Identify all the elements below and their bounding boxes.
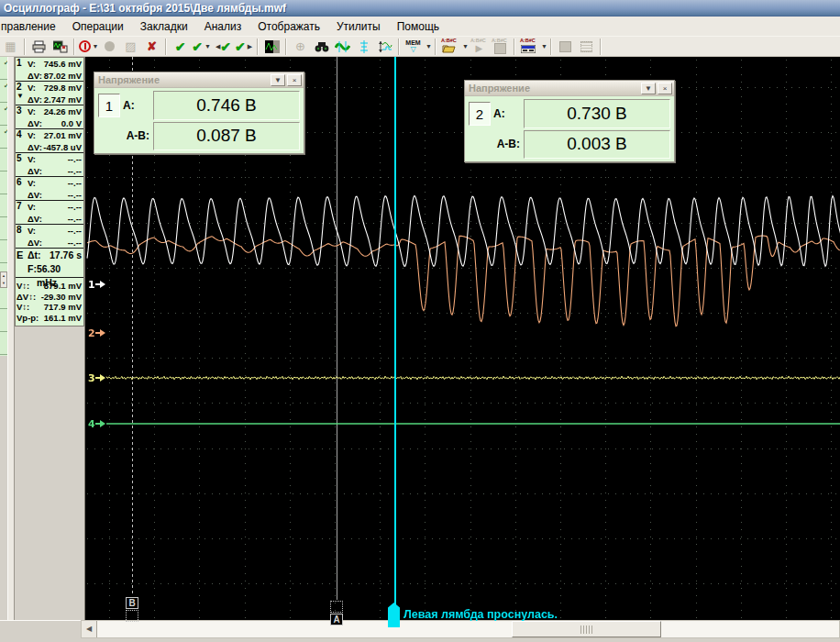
toolbar-separator [24, 39, 26, 55]
record-icon[interactable] [99, 38, 120, 56]
channel-row-7: 7 V:--.-- ΔV:--.-- [16, 201, 83, 225]
caret-down-icon[interactable]: ▼ [426, 43, 432, 50]
panel-toggle-icon[interactable] [555, 38, 576, 56]
toolbar-separator [550, 39, 552, 55]
voltage-popup-1[interactable]: Напряжение ▼ × 1 A: 0.746 В A-B: 0.087 В [94, 72, 304, 154]
menu-analiz[interactable]: Анализ [196, 17, 250, 36]
window-title: Осциллограф - E:\31 октября 2015\Две лям… [4, 2, 286, 15]
cursor-a-handle[interactable] [330, 601, 343, 613]
popup-ab-label: A-B: [127, 129, 149, 142]
menu-bar: правление Операции Закладки Анализ Отобр… [0, 17, 840, 37]
window-icon [521, 45, 536, 53]
note-flag-icon[interactable] [388, 603, 400, 627]
menu-utility[interactable]: Утилиты [328, 17, 389, 36]
popup-a-value: 0.730 В [524, 99, 670, 128]
menu-operacii[interactable]: Операции [64, 17, 132, 36]
popup-titlebar[interactable]: Напряжение ▼ × [465, 81, 674, 96]
toolbar-separator [435, 39, 437, 55]
session-window-icon[interactable]: A:B#C [518, 38, 539, 56]
menu-pomosch[interactable]: Помощь [389, 17, 448, 36]
toolbar-separator [257, 39, 259, 55]
popup-titlebar[interactable]: Напряжение ▼ × [94, 72, 304, 88]
open-session-icon[interactable]: A:B#C [439, 38, 460, 56]
channel-row-5: 5 V:--.-- ΔV:--.-- [16, 153, 83, 177]
e-marker-row: E Δt:17.76 s F:56.30 mHz [16, 249, 83, 278]
vertical-ruler-icon[interactable] [353, 38, 374, 56]
popup-collapse-icon[interactable]: ▼ [641, 83, 656, 94]
toolbar-separator [73, 39, 75, 55]
popup-channel-number: 2 [469, 102, 491, 126]
check-icon[interactable]: ✔ [170, 38, 191, 56]
channel-row-3: 3 V:24.26 mV ΔV:0.0 V [16, 105, 83, 129]
check-right-icon[interactable]: ✔▶ [233, 38, 254, 56]
popup-channel-number: 1 [98, 94, 120, 117]
window-titlebar[interactable]: Осциллограф - E:\31 октября 2015\Две лям… [0, 0, 840, 17]
ruler-icon [358, 40, 370, 53]
delete-marker-icon[interactable]: ✘ [141, 38, 162, 56]
caret-down-icon: ▼ [93, 43, 99, 50]
wave-markers-icon[interactable] [332, 38, 353, 56]
thumb-grip-icon [580, 625, 592, 634]
spinner-control[interactable]: ▲▼ [0, 271, 7, 288]
caret-down-icon[interactable]: ▼ [541, 43, 547, 50]
toolbar-separator [514, 39, 515, 55]
toolbar-separator [165, 39, 167, 55]
screen-wave-icon [265, 40, 280, 53]
horizontal-scrollbar[interactable]: ◀ [81, 620, 840, 638]
oscilloscope-window: Осциллограф - E:\31 октября 2015\Две лям… [0, 0, 840, 642]
grid-toggle-icon[interactable] [576, 38, 597, 56]
power-icon[interactable]: ▼ [78, 38, 99, 56]
memory-icon[interactable]: MEM▽ [403, 38, 424, 56]
scale-wave-icon[interactable] [374, 38, 395, 56]
caret-down-icon[interactable]: ▼ [462, 43, 469, 50]
save-signal-icon[interactable] [50, 38, 71, 56]
mem-arrow-icon: ▽ [405, 46, 420, 52]
popup-close-icon[interactable]: × [287, 74, 302, 86]
cursor-b-handle[interactable] [126, 610, 138, 622]
popup-ab-label: A-B: [497, 138, 520, 150]
trigger-marker-icon: ▼ [17, 92, 27, 101]
toolbar: ▦ ▼ ▨ ✘ ✔ ✔▼ ◀✔ ✔▶ ⊕ [0, 37, 840, 57]
toolbar-separator [600, 39, 602, 55]
stop-session-icon[interactable]: A:B#C [490, 38, 511, 56]
scroll-left-icon[interactable]: ◀ [82, 621, 97, 637]
print-icon[interactable] [28, 38, 50, 56]
export-icon[interactable]: ▦ [0, 38, 21, 56]
capture-icon[interactable]: ▨ [120, 38, 141, 56]
search-icon[interactable] [311, 38, 332, 56]
popup-title: Напряжение [465, 83, 641, 94]
play-icon: ▶ [476, 44, 483, 53]
channel-row-4: 4 V:27.01 mV ΔV:-457.8 uV [16, 129, 83, 153]
clipped-channel-column: ✓ ✓ ✓ ✓ ▲▼ [0, 57, 7, 356]
menu-otobrazhat[interactable]: Отображать [249, 17, 328, 36]
popup-ab-value: 0.087 В [153, 122, 300, 151]
check-left-icon[interactable]: ◀✔ [212, 38, 233, 56]
channel-row-2: 2▼ V:729.8 mV ΔV:2.747 mV [16, 82, 83, 105]
panel-splitter[interactable] [7, 57, 15, 620]
display-mode-icon[interactable] [261, 38, 282, 56]
menu-zakladki[interactable]: Закладки [132, 17, 196, 36]
menu-upravlenie[interactable]: правление [0, 17, 64, 36]
cursor-a-label[interactable]: A [330, 614, 343, 625]
voltage-popup-2[interactable]: Напряжение ▼ × 2 A: 0.730 В A-B: 0.003 В [464, 80, 675, 162]
binoculars-icon [315, 40, 329, 52]
toolbar-separator [285, 39, 287, 55]
popup-close-icon[interactable]: × [658, 83, 672, 94]
popup-collapse-icon[interactable]: ▼ [271, 74, 285, 86]
scrollbar-corner [0, 620, 81, 638]
toolbar-separator [398, 39, 400, 55]
cursor-b-label[interactable]: B [126, 597, 138, 609]
scope-save-icon [53, 40, 68, 53]
printer-icon [32, 40, 46, 53]
popup-ab-value: 0.003 В [524, 130, 670, 160]
channel-row-1: 1 V:745.6 mV ΔV:87.02 mV [16, 58, 83, 82]
wave-scale-icon [378, 40, 392, 53]
stop-icon [494, 43, 506, 54]
green-wave-icon [335, 40, 350, 53]
window-bottom-edge [0, 638, 840, 642]
popup-a-label: A: [123, 99, 135, 112]
scrollbar-thumb[interactable] [512, 621, 661, 637]
check-down-icon[interactable]: ✔▼ [191, 38, 212, 56]
play-session-icon[interactable]: A:B#C ▶ [469, 38, 490, 56]
globe-icon[interactable]: ⊕ [290, 38, 311, 56]
